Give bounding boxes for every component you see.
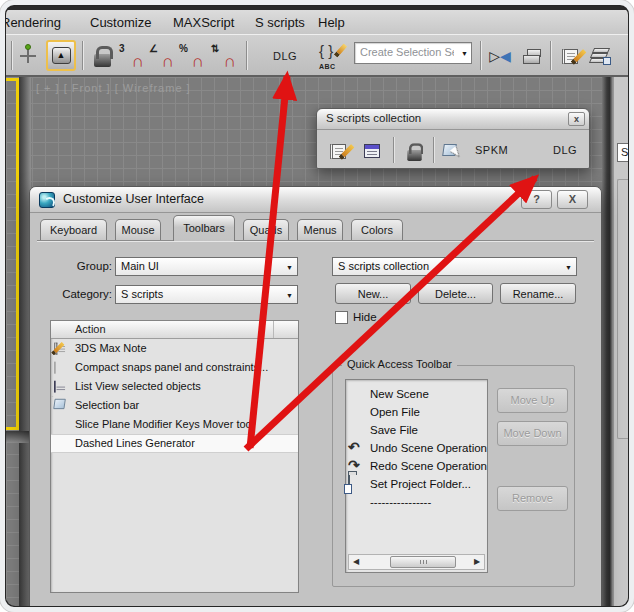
qat-item[interactable]: Save File <box>346 421 487 439</box>
action-column-header[interactable]: Action <box>51 321 298 339</box>
tab-mouse[interactable]: Mouse <box>115 219 161 240</box>
action-label: Selection bar <box>75 399 139 411</box>
remove-button[interactable]: Remove <box>497 486 568 511</box>
percent-snap-toggle[interactable]: %∩ <box>178 41 206 71</box>
toolbar-collection-combobox[interactable]: S scripts collection ▼ <box>332 257 577 276</box>
qat-item[interactable]: ---------------- <box>346 493 487 511</box>
delete-button[interactable]: Delete... <box>418 283 493 304</box>
lock-icon <box>94 54 111 67</box>
tab-menus[interactable]: Menus <box>297 219 343 240</box>
select-and-manipulate-icon[interactable] <box>14 41 42 71</box>
floating-toolbar-titlebar[interactable]: S scripts collection x <box>317 109 589 130</box>
move-down-button[interactable]: Move Down <box>497 421 568 446</box>
spkm-macroscript-button[interactable]: SPKM <box>475 144 508 156</box>
horizontal-scrollbar[interactable]: ◀ ▶ <box>348 554 485 570</box>
snaps-toggle-3d[interactable]: 3∩ <box>118 41 146 71</box>
scene-notes-button[interactable] <box>556 41 584 71</box>
group-combobox[interactable]: Main UI ▼ <box>115 257 298 276</box>
category-combobox[interactable]: S scripts ▼ <box>115 285 298 304</box>
manage-layers-button[interactable] <box>586 41 614 71</box>
menu-maxscript[interactable]: MAXScript <box>169 14 238 31</box>
lock-tool-button[interactable] <box>401 139 427 163</box>
angle-snap-toggle[interactable]: ∠∩ <box>148 41 176 71</box>
menu-customize[interactable]: Customize <box>86 14 155 31</box>
tab-colors[interactable]: Colors <box>351 219 403 240</box>
selection-lock-toggle[interactable] <box>88 41 116 71</box>
active-viewport-border <box>6 427 19 430</box>
named-selection-sets-icon[interactable]: { }ABC <box>318 41 346 71</box>
new-button[interactable]: New... <box>335 283 411 304</box>
menu-s-scripts[interactable]: S scripts <box>251 14 309 31</box>
chevron-down-icon[interactable]: ▼ <box>286 264 293 271</box>
action-row[interactable]: 3DS Max Note <box>51 339 298 358</box>
action-row[interactable]: Compact snaps panel and constraints... <box>51 358 298 377</box>
list-view-tool-button[interactable] <box>359 139 385 163</box>
mirror-left-glyph: ▷ <box>489 43 500 69</box>
viewport-splitter-right[interactable] <box>602 77 613 606</box>
tab-quads[interactable]: Quads <box>243 219 289 240</box>
magnet-icon: ∩ <box>192 55 204 69</box>
s-scripts-collection-toolbar: S scripts collection x SPKM DLG <box>316 108 590 169</box>
selection-bar-tool-button[interactable] <box>439 139 465 163</box>
customize-user-interface-dialog: Customize User Interface ? X Keyboard Mo… <box>29 186 602 606</box>
mirror-button[interactable]: ▷◀ <box>486 41 514 71</box>
note-tool-button[interactable] <box>325 139 351 163</box>
folder-icon <box>348 475 350 492</box>
keyboard-shortcut-override-toggle[interactable]: ▲ <box>46 40 76 71</box>
chevron-down-icon[interactable]: ▼ <box>565 264 572 271</box>
menu-rendering[interactable]: Rendering <box>6 14 65 31</box>
group-label: Group: <box>40 260 112 272</box>
toolbar-separator <box>433 137 434 163</box>
right-panel-field[interactable]: S <box>617 143 628 162</box>
align-button[interactable] <box>518 41 546 71</box>
toolbar-separator <box>480 41 481 70</box>
tab-content-divider <box>37 240 594 241</box>
category-value: S scripts <box>121 288 163 300</box>
action-row[interactable]: Slice Plane Modifier Keys Mover tool <box>51 415 298 434</box>
scrollbar-thumb[interactable] <box>390 556 456 568</box>
tab-keyboard[interactable]: Keyboard <box>40 219 107 240</box>
selection-set-combobox[interactable]: Create Selection Se ▼ <box>354 42 472 64</box>
keycap-up-arrow-icon: ▲ <box>52 47 71 64</box>
close-icon[interactable]: x <box>568 112 585 126</box>
viewport-splitter-horizontal[interactable] <box>6 431 30 443</box>
close-button[interactable]: X <box>557 190 588 209</box>
qat-item[interactable]: ↷Redo Scene Operation <box>346 457 487 475</box>
hide-checkbox[interactable] <box>335 311 348 324</box>
spinner-snap-toggle[interactable]: ⇅∩ <box>210 41 238 71</box>
toolbar-separator <box>246 41 247 70</box>
list-window-icon <box>364 144 380 158</box>
scroll-left-arrow[interactable]: ◀ <box>349 555 363 569</box>
dlg-macroscript-button[interactable]: DLG <box>269 48 301 64</box>
action-row[interactable]: List View selected objects <box>51 377 298 396</box>
braces-pencil-icon: { }ABC <box>319 43 345 69</box>
tab-toolbars[interactable]: Toolbars <box>173 215 235 241</box>
menu-help[interactable]: Help <box>314 14 349 31</box>
viewport-label[interactable]: [ + ] [ Front ] [ Wireframe ] <box>36 82 191 94</box>
mirror-right-glyph: ◀ <box>500 43 511 69</box>
chevron-down-icon[interactable]: ▼ <box>286 292 293 299</box>
compact-snaps-icon <box>54 360 56 376</box>
action-label: 3DS Max Note <box>75 342 147 354</box>
qat-item[interactable]: Set Project Folder... <box>346 475 487 493</box>
dialog-titlebar[interactable]: Customize User Interface ? X <box>30 187 601 213</box>
action-row[interactable]: Selection bar <box>51 396 298 415</box>
qat-item[interactable]: ↶Undo Scene Operation <box>346 439 487 457</box>
action-row-selected[interactable]: Dashed Lines Generator <box>51 434 298 453</box>
move-up-button[interactable]: Move Up <box>497 388 568 413</box>
help-button[interactable]: ? <box>521 190 552 209</box>
dlg-macroscript-button-toolbar[interactable]: DLG <box>553 144 577 156</box>
scroll-right-arrow[interactable]: ▶ <box>470 555 484 569</box>
percent-label: % <box>179 43 188 54</box>
qat-item[interactable]: New Scene <box>346 385 487 403</box>
chevron-down-icon[interactable]: ▼ <box>461 50 468 57</box>
qat-item[interactable]: Open File <box>346 403 487 421</box>
braces-glyph: { } <box>319 43 333 59</box>
screenshot-stage: Rendering Customize MAXScript S scripts … <box>0 0 634 612</box>
spinner-label: ⇅ <box>211 43 219 54</box>
quick-access-toolbar-groupbox: Quick Access Toolbar New Scene Open File… <box>332 365 575 587</box>
toolbar-collection-value: S scripts collection <box>338 260 429 272</box>
cube-cursor-icon <box>443 143 461 159</box>
rename-button[interactable]: Rename... <box>500 283 576 304</box>
toolbar-separator <box>11 41 12 70</box>
